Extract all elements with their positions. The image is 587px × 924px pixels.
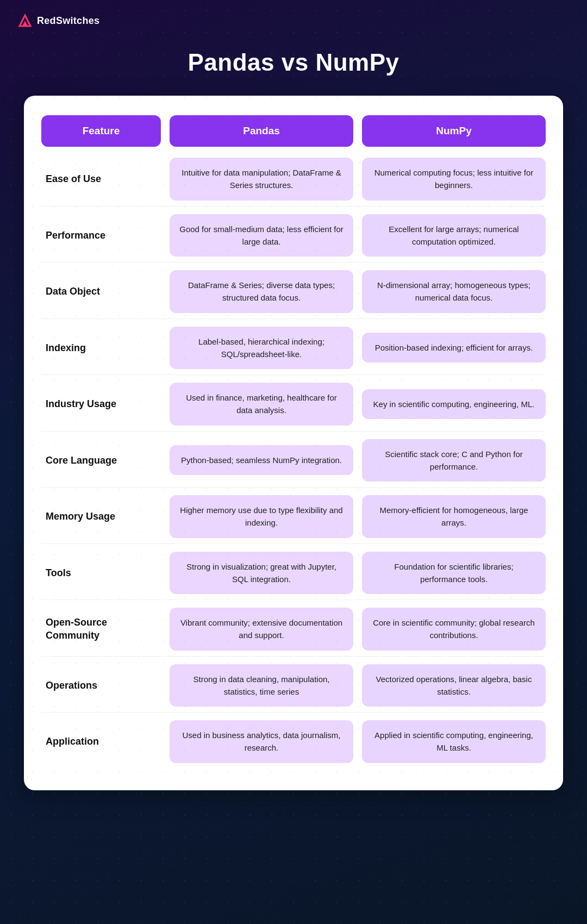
feature-application: Application xyxy=(41,735,161,748)
pandas-tools: Strong in visualization; great with Jupy… xyxy=(170,552,353,595)
feature-memory-usage: Memory Usage xyxy=(41,510,161,523)
row-memory-usage: Memory Usage Higher memory use due to ty… xyxy=(41,490,546,544)
numpy-operations: Vectorized operations, linear algebra, b… xyxy=(362,664,546,707)
row-core-language: Core Language Python-based; seamless Num… xyxy=(41,434,546,488)
feature-open-source-community: Open-Source Community xyxy=(41,616,161,642)
pandas-operations: Strong in data cleaning, manipulation, s… xyxy=(170,664,353,707)
logo-area: RedSwitches xyxy=(17,13,99,28)
pandas-indexing: Label-based, hierarchical indexing; SQL/… xyxy=(170,327,353,370)
row-performance: Performance Good for small-medium data; … xyxy=(41,209,546,263)
table-header-row: Feature Pandas NumPy xyxy=(41,115,546,147)
feature-industry-usage: Industry Usage xyxy=(41,397,161,410)
pandas-open-source-community: Vibrant community; extensive documentati… xyxy=(170,608,353,651)
row-industry-usage: Industry Usage Used in finance, marketin… xyxy=(41,377,546,432)
row-indexing: Indexing Label-based, hierarchical index… xyxy=(41,321,546,376)
header-feature: Feature xyxy=(41,115,161,147)
pandas-application: Used in business analytics, data journal… xyxy=(170,720,353,763)
row-ease-of-use: Ease of Use Intuitive for data manipulat… xyxy=(41,152,546,207)
header-numpy: NumPy xyxy=(362,115,546,147)
numpy-data-object: N-dimensional array; homogeneous types; … xyxy=(362,270,546,313)
row-open-source-community: Open-Source Community Vibrant community;… xyxy=(41,602,546,657)
feature-ease-of-use: Ease of Use xyxy=(41,172,161,185)
numpy-tools: Foundation for scientific libraries; per… xyxy=(362,552,546,595)
pandas-data-object: DataFrame & Series; diverse data types; … xyxy=(170,270,353,313)
pandas-core-language: Python-based; seamless NumPy integration… xyxy=(170,445,353,475)
row-tools: Tools Strong in visualization; great wit… xyxy=(41,546,546,601)
row-application: Application Used in business analytics, … xyxy=(41,715,546,769)
pandas-performance: Good for small-medium data; less efficie… xyxy=(170,214,353,257)
feature-data-object: Data Object xyxy=(41,285,161,298)
feature-indexing: Indexing xyxy=(41,341,161,354)
numpy-open-source-community: Core in scientific community; global res… xyxy=(362,608,546,651)
redswitches-icon xyxy=(17,13,33,28)
pandas-memory-usage: Higher memory use due to type flexibilit… xyxy=(170,495,353,538)
pandas-ease-of-use: Intuitive for data manipulation; DataFra… xyxy=(170,158,353,201)
pandas-industry-usage: Used in finance, marketing, healthcare f… xyxy=(170,383,353,426)
row-operations: Operations Strong in data cleaning, mani… xyxy=(41,659,546,713)
feature-performance: Performance xyxy=(41,229,161,242)
feature-core-language: Core Language xyxy=(41,454,161,467)
feature-operations: Operations xyxy=(41,679,161,692)
header-pandas: Pandas xyxy=(170,115,353,147)
numpy-application: Applied in scientific computing, enginee… xyxy=(362,720,546,763)
comparison-table: Feature Pandas NumPy Ease of Use Intuiti… xyxy=(24,96,563,790)
numpy-industry-usage: Key in scientific computing, engineering… xyxy=(362,389,546,419)
numpy-ease-of-use: Numerical computing focus; less intuitiv… xyxy=(362,158,546,201)
numpy-indexing: Position-based indexing; efficient for a… xyxy=(362,333,546,363)
numpy-memory-usage: Memory-efficient for homogeneous, large … xyxy=(362,495,546,538)
row-data-object: Data Object DataFrame & Series; diverse … xyxy=(41,265,546,319)
numpy-core-language: Scientific stack core; C and Python for … xyxy=(362,439,546,482)
logo-text: RedSwitches xyxy=(37,15,99,27)
feature-tools: Tools xyxy=(41,566,161,579)
numpy-performance: Excellent for large arrays; numerical co… xyxy=(362,214,546,257)
svg-marker-1 xyxy=(22,21,28,26)
